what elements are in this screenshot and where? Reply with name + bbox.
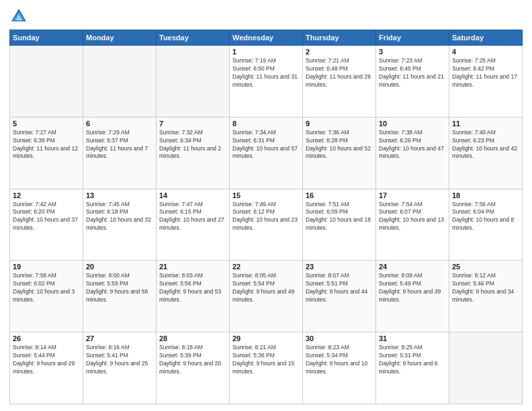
day-info: Sunrise: 7:38 AM Sunset: 6:26 PM Dayligh… xyxy=(379,129,446,161)
calendar-cell: 9Sunrise: 7:36 AM Sunset: 6:28 PM Daylig… xyxy=(303,117,376,189)
logo-icon xyxy=(9,7,28,26)
header xyxy=(9,7,523,26)
day-info: Sunrise: 8:09 AM Sunset: 5:49 PM Dayligh… xyxy=(379,272,446,304)
day-number: 19 xyxy=(13,263,80,271)
day-info: Sunrise: 7:19 AM Sunset: 6:50 PM Dayligh… xyxy=(232,57,300,89)
week-row-2: 5Sunrise: 7:27 AM Sunset: 6:39 PM Daylig… xyxy=(10,117,523,189)
day-number: 23 xyxy=(306,263,373,271)
day-info: Sunrise: 8:07 AM Sunset: 5:51 PM Dayligh… xyxy=(306,272,373,304)
week-row-3: 12Sunrise: 7:42 AM Sunset: 6:20 PM Dayli… xyxy=(10,189,523,261)
day-number: 16 xyxy=(306,191,373,199)
week-row-1: 1Sunrise: 7:19 AM Sunset: 6:50 PM Daylig… xyxy=(10,46,523,118)
calendar-cell: 10Sunrise: 7:38 AM Sunset: 6:26 PM Dayli… xyxy=(376,117,449,189)
day-number: 15 xyxy=(232,191,300,199)
day-info: Sunrise: 7:56 AM Sunset: 6:04 PM Dayligh… xyxy=(452,201,519,233)
day-number: 10 xyxy=(379,120,446,128)
calendar-cell xyxy=(449,332,523,404)
day-number: 30 xyxy=(306,334,373,342)
calendar-cell: 25Sunrise: 8:12 AM Sunset: 5:46 PM Dayli… xyxy=(449,261,523,332)
calendar-cell: 19Sunrise: 7:58 AM Sunset: 6:02 PM Dayli… xyxy=(10,261,83,332)
day-number: 25 xyxy=(452,263,519,271)
day-number: 7 xyxy=(159,120,226,128)
day-number: 4 xyxy=(452,48,519,56)
day-number: 27 xyxy=(86,334,153,342)
weekday-header-monday: Monday xyxy=(83,30,157,46)
weekday-header-sunday: Sunday xyxy=(10,30,83,46)
day-number: 13 xyxy=(86,191,153,199)
day-number: 24 xyxy=(379,263,446,271)
day-number: 21 xyxy=(159,263,226,271)
day-info: Sunrise: 8:00 AM Sunset: 5:59 PM Dayligh… xyxy=(86,272,153,304)
calendar-cell: 24Sunrise: 8:09 AM Sunset: 5:49 PM Dayli… xyxy=(376,261,449,332)
day-info: Sunrise: 7:54 AM Sunset: 6:07 PM Dayligh… xyxy=(379,201,446,233)
day-info: Sunrise: 7:58 AM Sunset: 6:02 PM Dayligh… xyxy=(13,272,80,304)
calendar-cell: 4Sunrise: 7:25 AM Sunset: 6:42 PM Daylig… xyxy=(449,46,523,118)
day-info: Sunrise: 8:12 AM Sunset: 5:46 PM Dayligh… xyxy=(452,272,519,304)
day-number: 26 xyxy=(13,334,80,342)
day-number: 1 xyxy=(232,48,300,56)
calendar-cell: 26Sunrise: 8:14 AM Sunset: 5:44 PM Dayli… xyxy=(10,332,83,404)
calendar-cell: 2Sunrise: 7:21 AM Sunset: 6:48 PM Daylig… xyxy=(303,46,376,118)
day-number: 17 xyxy=(379,191,446,199)
weekday-header-row: SundayMondayTuesdayWednesdayThursdayFrid… xyxy=(10,30,523,46)
weekday-header-wednesday: Wednesday xyxy=(230,30,303,46)
logo xyxy=(9,7,31,26)
calendar-cell: 12Sunrise: 7:42 AM Sunset: 6:20 PM Dayli… xyxy=(10,189,83,261)
calendar-cell: 14Sunrise: 7:47 AM Sunset: 6:15 PM Dayli… xyxy=(157,189,230,261)
day-info: Sunrise: 7:34 AM Sunset: 6:31 PM Dayligh… xyxy=(232,129,300,161)
day-number: 3 xyxy=(379,48,446,56)
day-info: Sunrise: 7:40 AM Sunset: 6:23 PM Dayligh… xyxy=(452,129,519,161)
weekday-header-tuesday: Tuesday xyxy=(157,30,230,46)
calendar-cell: 1Sunrise: 7:19 AM Sunset: 6:50 PM Daylig… xyxy=(230,46,303,118)
day-number: 11 xyxy=(452,120,519,128)
day-info: Sunrise: 8:18 AM Sunset: 5:39 PM Dayligh… xyxy=(159,344,226,376)
week-row-5: 26Sunrise: 8:14 AM Sunset: 5:44 PM Dayli… xyxy=(10,332,523,404)
calendar-cell: 22Sunrise: 8:05 AM Sunset: 5:54 PM Dayli… xyxy=(230,261,303,332)
calendar-cell: 20Sunrise: 8:00 AM Sunset: 5:59 PM Dayli… xyxy=(83,261,157,332)
day-number: 12 xyxy=(13,191,80,199)
day-info: Sunrise: 7:21 AM Sunset: 6:48 PM Dayligh… xyxy=(306,57,373,89)
day-number: 29 xyxy=(232,334,300,342)
calendar-cell xyxy=(157,46,230,118)
weekday-header-saturday: Saturday xyxy=(449,30,523,46)
calendar-cell: 30Sunrise: 8:23 AM Sunset: 5:34 PM Dayli… xyxy=(303,332,376,404)
calendar-cell: 11Sunrise: 7:40 AM Sunset: 6:23 PM Dayli… xyxy=(449,117,523,189)
weekday-header-thursday: Thursday xyxy=(303,30,376,46)
calendar-cell: 16Sunrise: 7:51 AM Sunset: 6:09 PM Dayli… xyxy=(303,189,376,261)
calendar-cell xyxy=(83,46,157,118)
day-number: 20 xyxy=(86,263,153,271)
day-info: Sunrise: 8:23 AM Sunset: 5:34 PM Dayligh… xyxy=(306,344,373,376)
weekday-header-friday: Friday xyxy=(376,30,449,46)
day-info: Sunrise: 8:14 AM Sunset: 5:44 PM Dayligh… xyxy=(13,344,80,376)
day-number: 31 xyxy=(379,334,446,342)
calendar-cell: 8Sunrise: 7:34 AM Sunset: 6:31 PM Daylig… xyxy=(230,117,303,189)
day-info: Sunrise: 7:42 AM Sunset: 6:20 PM Dayligh… xyxy=(13,201,80,233)
day-number: 9 xyxy=(306,120,373,128)
day-info: Sunrise: 8:03 AM Sunset: 5:56 PM Dayligh… xyxy=(159,272,226,304)
calendar-table: SundayMondayTuesdayWednesdayThursdayFrid… xyxy=(9,30,523,404)
week-row-4: 19Sunrise: 7:58 AM Sunset: 6:02 PM Dayli… xyxy=(10,261,523,332)
day-info: Sunrise: 7:25 AM Sunset: 6:42 PM Dayligh… xyxy=(452,57,519,89)
calendar-cell: 3Sunrise: 7:23 AM Sunset: 6:45 PM Daylig… xyxy=(376,46,449,118)
day-number: 14 xyxy=(159,191,226,199)
day-info: Sunrise: 8:05 AM Sunset: 5:54 PM Dayligh… xyxy=(232,272,300,304)
calendar-cell: 13Sunrise: 7:45 AM Sunset: 6:18 PM Dayli… xyxy=(83,189,157,261)
calendar-cell: 31Sunrise: 8:25 AM Sunset: 5:31 PM Dayli… xyxy=(376,332,449,404)
day-number: 22 xyxy=(232,263,300,271)
day-info: Sunrise: 7:29 AM Sunset: 6:37 PM Dayligh… xyxy=(86,129,153,161)
day-info: Sunrise: 7:51 AM Sunset: 6:09 PM Dayligh… xyxy=(306,201,373,233)
calendar-cell: 6Sunrise: 7:29 AM Sunset: 6:37 PM Daylig… xyxy=(83,117,157,189)
day-number: 6 xyxy=(86,120,153,128)
day-info: Sunrise: 8:21 AM Sunset: 5:36 PM Dayligh… xyxy=(232,344,300,376)
calendar-cell: 27Sunrise: 8:16 AM Sunset: 5:41 PM Dayli… xyxy=(83,332,157,404)
day-number: 5 xyxy=(13,120,80,128)
day-info: Sunrise: 8:25 AM Sunset: 5:31 PM Dayligh… xyxy=(379,344,446,376)
day-number: 28 xyxy=(159,334,226,342)
calendar-cell: 15Sunrise: 7:49 AM Sunset: 6:12 PM Dayli… xyxy=(230,189,303,261)
day-info: Sunrise: 7:49 AM Sunset: 6:12 PM Dayligh… xyxy=(232,201,300,233)
calendar-cell xyxy=(10,46,83,118)
day-info: Sunrise: 8:16 AM Sunset: 5:41 PM Dayligh… xyxy=(86,344,153,376)
day-number: 18 xyxy=(452,191,519,199)
calendar-cell: 21Sunrise: 8:03 AM Sunset: 5:56 PM Dayli… xyxy=(157,261,230,332)
page: SundayMondayTuesdayWednesdayThursdayFrid… xyxy=(0,0,532,411)
